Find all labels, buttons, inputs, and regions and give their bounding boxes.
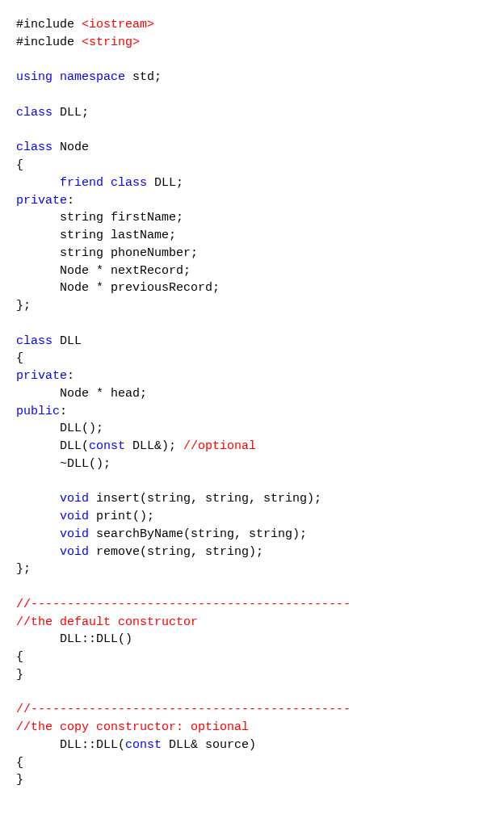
line-14: string phoneNumber; [16,246,198,260]
line-28: void insert(string, string, string); [16,492,321,506]
line-10: friend class DLL; [16,176,183,190]
line-29: void print(); [16,510,154,523]
line-36: DLL::DLL() [16,632,132,646]
line-32: }; [16,562,31,576]
line-24: DLL(); [16,422,103,435]
line-38: } [16,668,23,682]
line-37: { [16,650,23,664]
line-16: Node * previousRecord; [16,281,220,295]
line-26: ~DLL(); [16,457,111,471]
line-44: } [16,773,23,787]
line-20: { [16,351,23,365]
line-19: class DLL [16,334,82,348]
line-12: string firstName; [16,211,183,225]
line-13: string lastName; [16,229,176,242]
line-22: Node * head; [16,387,147,401]
line-34: //--------------------------------------… [16,598,351,611]
line-17: }; [16,299,31,313]
line-2: #include <string> [16,36,140,49]
line-15: Node * nextRecord; [16,264,191,278]
line-35: //the default constructor [16,615,198,629]
line-11: private: [16,194,74,208]
line-6: class DLL; [16,106,89,120]
line-43: { [16,756,23,770]
line-40: //--------------------------------------… [16,703,351,716]
line-31: void remove(string, string); [16,545,263,559]
line-25: DLL(const DLL&); //optional [16,439,256,453]
line-42: DLL::DLL(const DLL& source) [16,738,256,752]
line-41: //the copy constructor: optional [16,720,249,734]
line-1: #include <iostream> [16,18,154,31]
line-23: public: [16,405,67,418]
line-8: class Node [16,141,89,154]
line-21: private: [16,369,74,383]
code-block: #include <iostream> #include <string> us… [16,16,488,789]
line-4: using namespace std; [16,70,162,84]
line-30: void searchByName(string, string); [16,527,307,541]
line-9: { [16,158,23,172]
